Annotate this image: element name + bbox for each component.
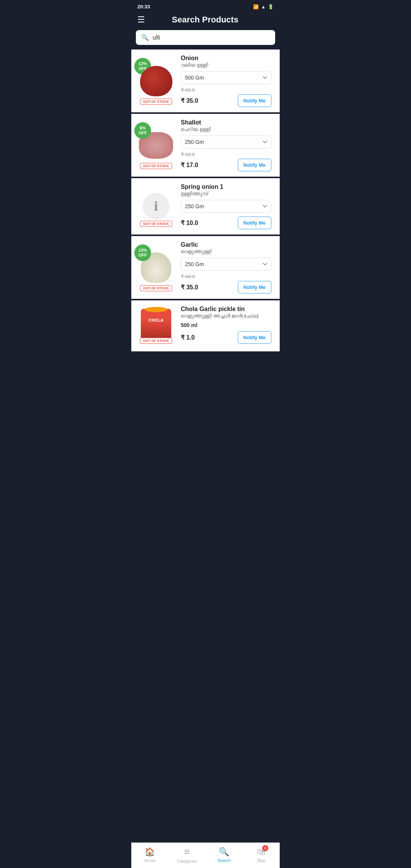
product-card-spring-onion: ℹ OUT OF STOCK Spring onion 1 ഉള്ളിത്തൂമ… [131, 178, 280, 235]
out-of-stock-spring-onion: OUT OF STOCK [140, 221, 172, 227]
product-image-wrap-pickle: CHOLA OUT OF STOCK [131, 306, 181, 346]
product-info-pickle: Chola Garlic pickle tin വെളുത്തുള്ളി അച്… [181, 306, 274, 346]
menu-icon[interactable]: ☰ [137, 15, 145, 25]
notify-button-spring-onion[interactable]: Notify Me [238, 217, 272, 229]
nav-item-search[interactable]: 🔍 Search [213, 847, 236, 863]
price-final-garlic: ₹ 35.0 [181, 284, 198, 291]
price-original-onion: ₹ 40.0 [181, 87, 271, 93]
pickle-quantity: 500 ml [181, 322, 271, 328]
nav-item-categories[interactable]: ≡ Categories [175, 846, 198, 863]
header: ☰ Search Products [131, 12, 280, 30]
price-row-spring-onion: ₹ 10.0 Notify Me [181, 217, 271, 229]
notify-button-shallot[interactable]: Notify Me [238, 159, 272, 171]
price-original-shallot: ₹ 18.0 [181, 152, 271, 157]
home-icon: 🏠 [145, 847, 155, 857]
out-of-stock-onion: OUT OF STOCK [140, 99, 172, 105]
product-info-garlic: Garlic വെളുത്തുള്ളി 250 Gm 500 Gm ₹ 40.0… [181, 241, 274, 294]
status-bar: 20:33 📶 ▲ 🔋 [131, 0, 280, 12]
discount-badge-shallot: 6% OFF [134, 122, 151, 139]
quantity-select-onion[interactable]: 500 Gm 1 Kg [181, 71, 271, 84]
price-final-onion: ₹ 35.0 [181, 97, 198, 104]
product-name-local-garlic: വെളുത്തുള്ളി [181, 249, 271, 255]
out-of-stock-pickle: OUT OF STOCK [140, 338, 172, 344]
quantity-select-garlic[interactable]: 250 Gm 500 Gm [181, 258, 271, 271]
product-image-wrap-shallot: 6% OFF OUT OF STOCK [131, 119, 181, 171]
product-name-local-shallot: ചെറിയ ഉള്ളി [181, 126, 271, 132]
product-name-onion: Onion [181, 55, 271, 62]
nav-label-categories: Categories [177, 859, 197, 863]
search-nav-icon: 🔍 [219, 847, 229, 857]
price-original-garlic: ₹ 40.0 [181, 274, 271, 279]
notify-button-onion[interactable]: Notify Me [238, 94, 272, 107]
product-name-spring-onion: Spring onion 1 [181, 183, 271, 190]
bag-badge: 0 [262, 845, 268, 851]
nav-item-home[interactable]: 🏠 Home [139, 847, 161, 863]
out-of-stock-garlic: OUT OF STOCK [140, 285, 172, 291]
search-icon: 🔍 [141, 34, 149, 41]
categories-icon: ≡ [184, 846, 190, 858]
bottom-nav: 🏠 Home ≡ Categories 🔍 Search 🛍 0 Bag [131, 842, 280, 868]
product-image-wrap-onion: 13% OFF OUT OF STOCK [131, 55, 181, 107]
product-image-spring-onion: ℹ [143, 193, 169, 220]
wifi-icon: ▲ [261, 4, 266, 10]
page-title: Search Products [151, 15, 259, 25]
product-info-onion: Onion വലിയ ഉള്ളി 500 Gm 1 Kg ₹ 40.0 ₹ 35… [181, 55, 274, 107]
battery-icon: 🔋 [268, 4, 274, 10]
discount-badge-garlic: 13% OFF [134, 244, 151, 261]
product-name-local-onion: വലിയ ഉള്ളി [181, 62, 271, 68]
product-card-garlic: 13% OFF OUT OF STOCK Garlic വെളുത്തുള്ളി… [131, 236, 280, 299]
product-card-onion: 13% OFF OUT OF STOCK Onion വലിയ ഉള്ളി 50… [131, 49, 280, 112]
search-input[interactable] [153, 34, 270, 41]
info-icon: ℹ [154, 199, 158, 214]
product-card-pickle: CHOLA OUT OF STOCK Chola Garlic pickle t… [131, 300, 280, 351]
nav-label-home: Home [144, 858, 155, 863]
price-row-garlic: ₹ 35.0 Notify Me [181, 281, 271, 294]
notify-button-pickle[interactable]: Notify Me [238, 331, 272, 344]
product-name-local-pickle: വെളുത്തുള്ളി അച്ചാർ ജാർ(ചോല) [181, 313, 271, 319]
price-row-onion: ₹ 35.0 Notify Me [181, 94, 271, 107]
status-icons: 📶 ▲ 🔋 [253, 4, 274, 10]
search-bar: 🔍 [136, 30, 275, 45]
product-image-wrap-garlic: 13% OFF OUT OF STOCK [131, 241, 181, 294]
product-name-pickle: Chola Garlic pickle tin [181, 306, 271, 313]
product-info-shallot: Shallot ചെറിയ ഉള്ളി 250 Gm 500 Gm ₹ 18.0… [181, 119, 274, 171]
nav-item-bag[interactable]: 🛍 0 Bag [250, 847, 272, 863]
products-list: 13% OFF OUT OF STOCK Onion വലിയ ഉള്ളി 50… [131, 49, 280, 383]
notify-button-garlic[interactable]: Notify Me [238, 281, 272, 294]
price-row-shallot: ₹ 17.0 Notify Me [181, 159, 271, 171]
pickle-lid [145, 307, 167, 312]
product-name-garlic: Garlic [181, 241, 271, 248]
price-final-shallot: ₹ 17.0 [181, 161, 198, 169]
nav-label-search: Search [217, 858, 231, 863]
price-final-spring-onion: ₹ 10.0 [181, 219, 198, 227]
product-card-shallot: 6% OFF OUT OF STOCK Shallot ചെറിയ ഉള്ളി … [131, 114, 280, 177]
price-row-pickle: ₹ 1.0 Notify Me [181, 331, 271, 344]
quantity-select-spring-onion[interactable]: 250 Gm 500 Gm [181, 200, 271, 213]
price-final-pickle: ₹ 1.0 [181, 334, 195, 341]
status-time: 20:33 [137, 4, 150, 10]
product-image-wrap-spring-onion: ℹ OUT OF STOCK [131, 183, 181, 229]
product-name-shallot: Shallot [181, 119, 271, 126]
out-of-stock-shallot: OUT OF STOCK [140, 163, 172, 169]
nav-label-bag: Bag [257, 858, 265, 863]
signal-icon: 📶 [253, 4, 259, 10]
product-info-spring-onion: Spring onion 1 ഉള്ളിത്തൂമ്പ് 250 Gm 500 … [181, 183, 274, 229]
product-image-onion [140, 66, 172, 96]
bag-badge-wrap: 🛍 0 [257, 847, 265, 857]
quantity-select-shallot[interactable]: 250 Gm 500 Gm [181, 136, 271, 148]
product-name-local-spring-onion: ഉള്ളിത്തൂമ്പ് [181, 191, 271, 197]
